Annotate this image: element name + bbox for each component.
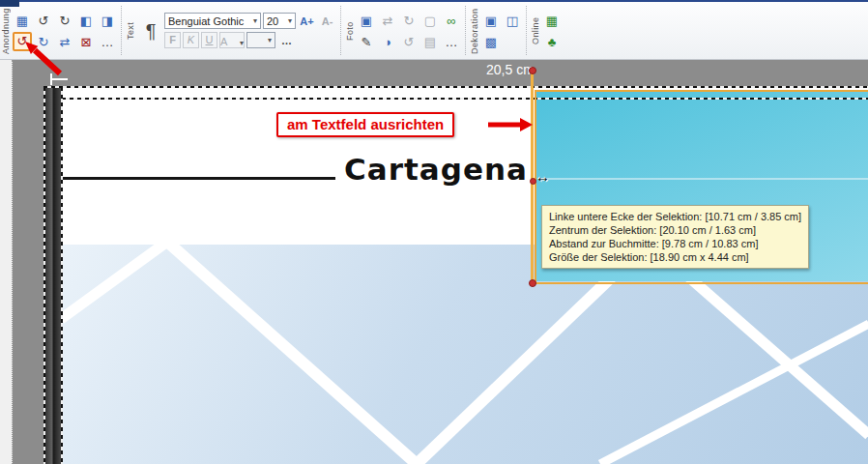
page-title[interactable]: Cartagena <box>344 152 528 187</box>
font-select[interactable]: Benguiat Gothic ▾ <box>164 13 261 29</box>
group-label-dekoration: Dekoration <box>469 4 480 58</box>
group-divider <box>121 6 122 55</box>
font-color-glyph: A <box>220 36 227 47</box>
photo-border-icon[interactable]: ▤ <box>420 32 440 51</box>
tooltip-line: Linke untere Ecke der Selektion: [10.71 … <box>549 210 801 223</box>
arrange-more-button[interactable]: … <box>98 32 117 51</box>
clipart-icon[interactable]: ▣ <box>481 11 501 30</box>
ribbon-toolbar: Anordnung ▦ ↺ ↻ ◧ ◨ ↺ ↻ ⇄ ⊠ … Text ¶ <box>0 0 868 60</box>
group-label-text: Text <box>125 4 136 58</box>
photo-more-button[interactable]: … <box>442 32 461 51</box>
increase-font-button[interactable]: A+ <box>298 13 316 30</box>
online-tree-icon[interactable]: ♣ <box>542 32 562 51</box>
link-icon[interactable]: ∞ <box>442 11 461 30</box>
frame-icon[interactable]: ▢ <box>420 11 440 30</box>
layer-lower-icon[interactable]: ◨ <box>98 11 117 30</box>
group-divider <box>526 6 527 55</box>
rotate-right-icon[interactable]: ↻ <box>55 11 74 30</box>
bold-button[interactable]: F <box>164 32 181 48</box>
edit-photo-icon[interactable]: ✎ <box>357 32 376 51</box>
italic-button[interactable]: K <box>183 32 199 48</box>
group-label-anordnung: Anordnung <box>0 4 12 58</box>
guide-handle-top[interactable] <box>529 67 536 74</box>
text-more-button[interactable]: … <box>277 32 296 49</box>
foto-group: ▣ ⇄ ↻ ▢ ∞ ✎ ◑ ↺ ▤ … <box>356 2 462 59</box>
online-group: ▦ ♣ <box>541 2 563 59</box>
editor-canvas[interactable]: 20,5 cm Cartagena ↔ Linke untere Ecke de… <box>0 60 868 464</box>
insert-textfield-icon[interactable]: ¶ <box>139 12 162 50</box>
chevron-down-icon: ▾ <box>265 36 272 44</box>
online-album-icon[interactable]: ▦ <box>542 11 562 30</box>
photo-effects-icon[interactable]: ◑ <box>378 32 397 51</box>
page-margin-dashed-left <box>61 87 63 464</box>
font-size-select[interactable]: 20 ▾ <box>263 13 296 29</box>
underline-button[interactable]: U <box>201 32 217 48</box>
align-grid-icon[interactable]: ▦ <box>13 11 32 30</box>
title-rule-line <box>62 177 335 180</box>
snap-guide-line <box>531 70 534 283</box>
font-size-value: 20 <box>267 15 278 27</box>
tooltip-line: Größe der Selektion: [18.90 cm x 4.44 cm… <box>549 250 801 264</box>
swap-photo-icon[interactable]: ⇄ <box>378 11 397 30</box>
group-label-foto: Foto <box>344 4 356 58</box>
font-name-value: Benguiat Gothic <box>168 15 244 27</box>
border-deco-icon[interactable]: ▩ <box>481 32 501 51</box>
window-corner <box>0 0 19 7</box>
rotate-left-icon[interactable]: ↺ <box>34 11 53 30</box>
layer-raise-icon[interactable]: ◧ <box>76 11 96 30</box>
annotation-arrow-icon <box>488 117 535 132</box>
ruler-tick <box>52 78 68 80</box>
chevron-down-icon: ▾ <box>250 16 257 25</box>
group-label-online: Online <box>530 4 541 58</box>
chevron-down-icon: ▾ <box>285 16 292 25</box>
add-photo-icon[interactable]: ▣ <box>357 11 376 30</box>
rotate-photo-icon[interactable]: ↻ <box>399 11 419 30</box>
annotation-callout: am Textfeld ausrichten <box>276 112 454 137</box>
chevron-down-icon: ▾ <box>237 39 244 47</box>
dekoration-group: ▣ ◫ ▩ <box>480 2 523 59</box>
annotation-arrow-toolbar-icon <box>19 39 64 77</box>
text-color-select[interactable]: ▾ <box>246 32 275 48</box>
tooltip-line: Abstand zur Buchmitte: [9.78 cm / 10.83 … <box>549 237 801 250</box>
page-edge-dashed-left <box>43 87 45 464</box>
group-divider <box>465 6 466 55</box>
page-edge-dashed-top <box>43 86 868 88</box>
left-rail <box>0 60 13 464</box>
page-width-label: 20,5 cm <box>486 62 535 77</box>
background-icon[interactable]: ◫ <box>503 11 522 30</box>
resize-cursor-icon: ↔ <box>535 168 550 185</box>
selection-info-tooltip: Linke untere Ecke der Selektion: [10.71 … <box>541 205 809 269</box>
decrease-font-button[interactable]: A- <box>318 13 336 30</box>
book-spine <box>44 87 61 464</box>
font-color-button[interactable]: A ▾ <box>219 32 245 48</box>
guide-handle-bottom[interactable] <box>529 279 536 287</box>
rotate-photo-left-icon[interactable]: ↺ <box>399 32 419 51</box>
group-divider <box>340 6 341 55</box>
text-group: ¶ Benguiat Gothic ▾ 20 ▾ A+ A- F K U A <box>136 2 337 59</box>
layer-delete-icon[interactable]: ⊠ <box>76 32 96 51</box>
tooltip-line: Zentrum der Selektion: [20.10 cm / 1.63 … <box>549 223 801 237</box>
